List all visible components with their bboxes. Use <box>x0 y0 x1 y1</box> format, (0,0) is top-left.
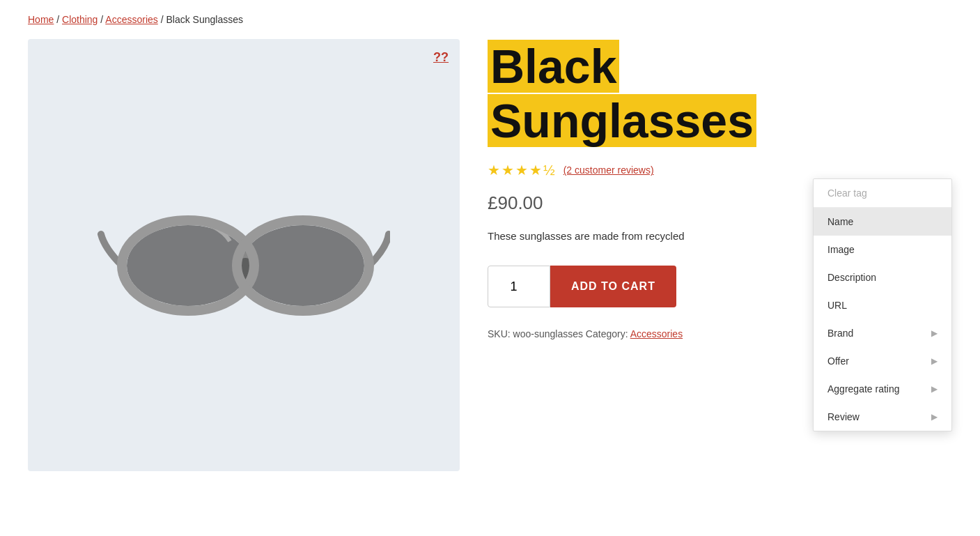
dropdown-item-brand[interactable]: Brand ▶ <box>814 319 951 347</box>
dropdown-arrow-aggregate: ▶ <box>931 384 938 394</box>
dropdown-item-aggregate-rating[interactable]: Aggregate rating ▶ <box>814 375 951 403</box>
add-to-cart-button[interactable]: ADD TO CART <box>550 266 676 307</box>
category-label: Category: <box>586 328 628 339</box>
svg-point-1 <box>127 225 249 306</box>
sku-label: SKU: <box>488 328 511 339</box>
dropdown-item-offer-label: Offer <box>827 355 849 367</box>
dropdown-arrow-offer: ▶ <box>931 356 938 366</box>
dropdown-item-description-label: Description <box>827 272 876 283</box>
breadcrumb-accessories[interactable]: Accessories <box>105 14 157 25</box>
quantity-input[interactable] <box>488 266 550 307</box>
dropdown-item-description[interactable]: Description <box>814 263 951 291</box>
breadcrumb-home[interactable]: Home <box>28 14 54 25</box>
dropdown-item-review-label: Review <box>827 411 860 422</box>
svg-point-3 <box>242 225 364 306</box>
breadcrumb-current: Black Sunglasses <box>166 14 243 25</box>
product-image <box>98 158 390 353</box>
main-content: ?? Black <box>0 39 980 499</box>
dropdown-clear-tag[interactable]: Clear tag <box>814 179 951 208</box>
star-rating: ★★★★½ <box>488 162 557 178</box>
dropdown-item-name-label: Name <box>827 216 853 227</box>
breadcrumb: Home / Clothing / Accessories / Black Su… <box>0 0 980 39</box>
dropdown-item-brand-label: Brand <box>827 328 853 339</box>
product-title-block: Black Sunglasses <box>488 39 952 148</box>
breadcrumb-clothing[interactable]: Clothing <box>62 14 98 25</box>
dropdown-item-name[interactable]: Name <box>814 208 951 236</box>
dropdown-item-aggregate-rating-label: Aggregate rating <box>827 383 900 395</box>
stars-row: ★★★★½ (2 customer reviews) <box>488 162 952 178</box>
dropdown-item-image[interactable]: Image <box>814 236 951 263</box>
dropdown-item-review[interactable]: Review ▶ <box>814 403 951 431</box>
dropdown-item-offer[interactable]: Offer ▶ <box>814 347 951 375</box>
product-title-line2: Sunglasses <box>488 94 756 147</box>
dropdown-item-image-label: Image <box>827 244 855 255</box>
dropdown-arrow-brand: ▶ <box>931 328 938 338</box>
category-link[interactable]: Accessories <box>630 328 683 339</box>
dropdown-item-url-label: URL <box>827 300 847 311</box>
product-image-container: ?? <box>28 39 460 471</box>
sku-value: woo-sunglasses <box>513 328 583 339</box>
breadcrumb-sep1: / <box>56 14 62 25</box>
dropdown-item-url[interactable]: URL <box>814 291 951 319</box>
product-title-line1: Black <box>488 40 619 93</box>
reviews-link[interactable]: (2 customer reviews) <box>563 164 654 176</box>
image-badge[interactable]: ?? <box>433 50 449 65</box>
dropdown-arrow-review: ▶ <box>931 412 938 422</box>
dropdown-menu: Clear tag Name Image Description URL Bra… <box>813 178 952 431</box>
